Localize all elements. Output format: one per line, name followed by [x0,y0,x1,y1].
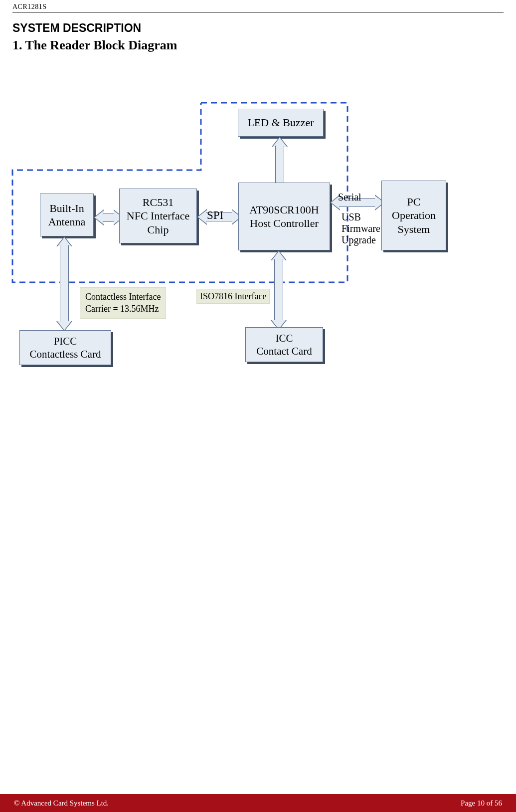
block-antenna-l2: Antenna [48,215,86,229]
block-icc-l2: Contact Card [256,345,312,358]
label-iso7816: ISO7816 Interface [196,289,270,304]
label-serial: Serial [338,192,361,203]
block-picc-l2: Contactless Card [30,348,101,361]
footer-left: © Advanced Card Systems Ltd. [14,799,109,808]
footer-right: Page 10 of 56 [461,799,502,808]
block-nfc-chip: RC531 NFC Interface Chip [119,189,197,243]
label-usb-l1: USB [342,211,380,223]
block-diagram: LED & Buzzer Built-In Antenna RC531 NFC … [12,103,504,402]
page-footer: © Advanced Card Systems Ltd. Page 10 of … [0,794,516,812]
block-picc: PICC Contactless Card [19,330,111,365]
label-usb-l2: Firmware [342,223,380,234]
block-antenna: Built-In Antenna [40,194,94,236]
block-pc-l1: PC [407,195,421,209]
chapter-title: 1. The Reader Block Diagram [12,38,504,53]
block-icc: ICC Contact Card [245,327,323,362]
block-picc-l1: PICC [54,335,77,348]
label-spi: SPI [207,209,223,222]
block-host-l1: AT90SCR100H [249,203,319,217]
section-title: SYSTEM DESCRIPTION [12,21,504,35]
block-nfc-l3: Chip [148,223,169,237]
block-led-buzzer: LED & Buzzer [238,109,324,137]
block-pc-l3: System [398,222,430,236]
doc-header: ACR1281S [12,0,504,12]
block-led-buzzer-label: LED & Buzzer [247,116,314,130]
label-contactless-l1: Contactless Interface [85,291,161,303]
block-host-controller: AT90SCR100H Host Controller [238,183,330,250]
block-host-l2: Host Controller [250,216,319,230]
label-iso7816-text: ISO7816 Interface [200,291,266,301]
block-pc-os: PC Operation System [381,181,446,250]
label-contactless: Contactless Interface Carrier = 13.56MHz [80,287,166,319]
block-icc-l1: ICC [275,332,293,345]
block-pc-l2: Operation [392,208,436,222]
label-usb-l3: Upgrade [342,234,380,246]
label-contactless-l2: Carrier = 13.56MHz [85,303,161,315]
label-usb: USB Firmware Upgrade [342,211,380,246]
block-nfc-l1: RC531 [143,196,173,209]
block-antenna-l1: Built-In [49,202,84,215]
block-nfc-l2: NFC Interface [127,209,189,223]
